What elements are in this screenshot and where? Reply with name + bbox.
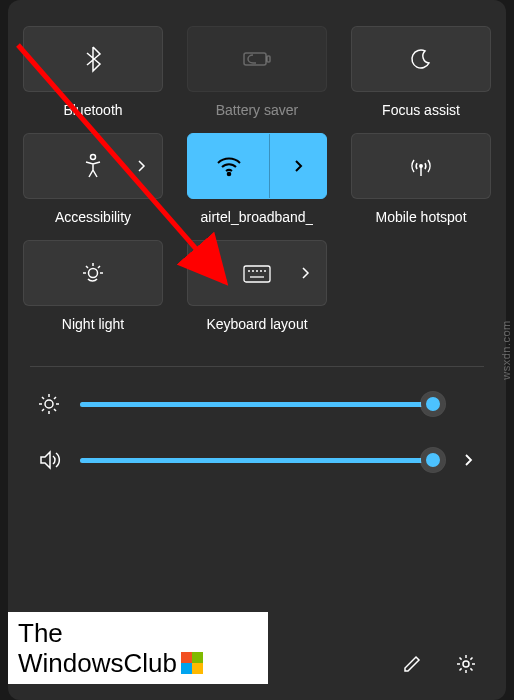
night-light-icon (80, 260, 106, 286)
volume-slider-row (30, 447, 484, 473)
tile-bluetooth-wrapper: Bluetooth (23, 26, 163, 118)
wifi-tile[interactable] (187, 133, 327, 199)
brightness-icon (36, 391, 62, 417)
watermark-line1: The (18, 618, 258, 648)
gear-icon (455, 653, 477, 679)
slider-fill (80, 402, 433, 407)
bluetooth-tile[interactable] (23, 26, 163, 92)
chevron-right-icon (136, 159, 146, 173)
hotspot-icon (407, 154, 435, 178)
tile-label: Night light (62, 316, 124, 332)
bottom-toolbar (394, 648, 484, 684)
tile-label: Keyboard layout (206, 316, 307, 332)
svg-point-15 (463, 661, 469, 667)
windows-flag-icon (181, 652, 203, 674)
svg-point-2 (91, 155, 96, 160)
keyboard-icon (242, 262, 272, 284)
divider (30, 366, 484, 367)
watermark-side: wsxdn.com (500, 320, 512, 380)
wifi-tile-toggle[interactable] (188, 155, 269, 177)
pencil-icon (402, 654, 422, 678)
tile-label: airtel_broadband_ (201, 209, 314, 225)
wifi-tile-expand[interactable] (270, 158, 326, 174)
svg-point-6 (89, 269, 98, 278)
focus-assist-tile[interactable] (351, 26, 491, 92)
tile-focus-assist-wrapper: Focus assist (351, 26, 491, 118)
bluetooth-icon (83, 45, 103, 73)
edit-button[interactable] (394, 648, 430, 684)
svg-point-4 (420, 165, 422, 167)
keyboard-layout-tile[interactable] (187, 240, 327, 306)
watermark-line2: WindowsClub (18, 648, 177, 678)
battery-saver-tile[interactable] (187, 26, 327, 92)
tile-label: Battery saver (216, 102, 298, 118)
tile-wifi-wrapper: airtel_broadband_ (187, 133, 327, 225)
mobile-hotspot-tile[interactable] (351, 133, 491, 199)
tile-night-light-wrapper: Night light (23, 240, 163, 332)
tile-accessibility-wrapper: Accessibility (23, 133, 163, 225)
tile-label: Mobile hotspot (375, 209, 466, 225)
brightness-slider-row (30, 391, 484, 417)
svg-rect-1 (267, 56, 270, 62)
settings-button[interactable] (448, 648, 484, 684)
battery-saver-icon (242, 49, 272, 69)
tile-label: Bluetooth (63, 102, 122, 118)
tile-label: Accessibility (55, 209, 131, 225)
tile-mobile-hotspot-wrapper: Mobile hotspot (351, 133, 491, 225)
accessibility-tile[interactable] (23, 133, 163, 199)
volume-expand[interactable] (458, 453, 478, 467)
quick-settings-panel: Bluetooth Battery saver (8, 0, 506, 700)
slider-thumb[interactable] (421, 448, 445, 472)
slider-thumb[interactable] (421, 392, 445, 416)
svg-point-3 (227, 173, 230, 176)
watermark-logo: The WindowsClub (8, 612, 268, 684)
chevron-right-icon (292, 158, 304, 174)
wifi-icon (216, 155, 242, 177)
night-light-tile[interactable] (23, 240, 163, 306)
svg-point-14 (45, 400, 53, 408)
tile-battery-saver-wrapper: Battery saver (187, 26, 327, 118)
brightness-slider[interactable] (80, 402, 440, 407)
volume-icon (36, 447, 62, 473)
tile-label: Focus assist (382, 102, 460, 118)
volume-slider[interactable] (80, 458, 440, 463)
moon-icon (409, 47, 433, 71)
tiles-grid: Bluetooth Battery saver (30, 26, 484, 332)
svg-rect-7 (244, 266, 270, 282)
slider-fill (80, 458, 433, 463)
chevron-right-icon (300, 266, 310, 280)
tile-keyboard-layout-wrapper: Keyboard layout (187, 240, 327, 332)
accessibility-icon (81, 153, 105, 179)
